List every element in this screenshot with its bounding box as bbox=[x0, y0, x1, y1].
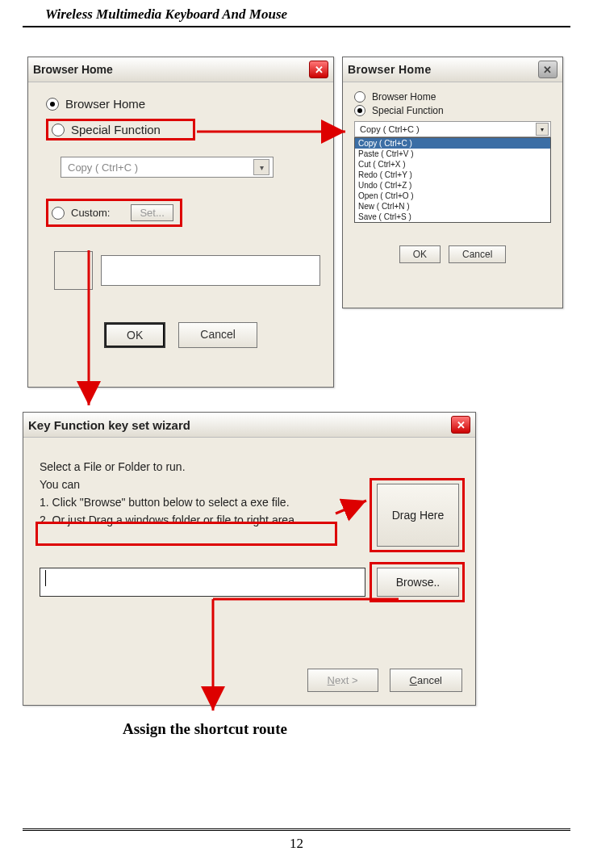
cancel-button[interactable]: Cancel bbox=[390, 669, 462, 692]
wizard-text-1: Select a File or Folder to run. bbox=[40, 460, 459, 473]
list-item[interactable]: New ( Ctrl+N ) bbox=[355, 201, 550, 212]
path-input[interactable] bbox=[40, 568, 365, 597]
titlebar: Key Function key set wizard ✕ bbox=[23, 413, 475, 438]
titlebar: Browser Home ✕ bbox=[28, 57, 333, 82]
titlebar: Browser Home ✕ bbox=[343, 57, 562, 82]
ok-button[interactable]: OK bbox=[399, 245, 441, 263]
dialog-body: Browser Home Special Function Copy ( Ctr… bbox=[28, 82, 333, 358]
radio-icon bbox=[52, 124, 65, 136]
radio-custom[interactable]: Custom: Set... bbox=[46, 199, 320, 227]
cancel-button[interactable]: Cancel bbox=[178, 322, 257, 348]
set-button[interactable]: Set... bbox=[131, 204, 173, 221]
browser-home-dialog-list: Browser Home ✕ Browser Home Special Func… bbox=[342, 57, 563, 308]
chevron-down-icon: ▾ bbox=[536, 123, 549, 136]
list-item[interactable]: Undo ( Ctrl+Z ) bbox=[355, 180, 550, 191]
special-function-combo[interactable]: Copy ( Ctrl+C ) ▾ bbox=[61, 157, 274, 178]
wizard-buttons: Next > Cancel bbox=[307, 669, 462, 692]
key-function-wizard-dialog: Key Function key set wizard ✕ Select a F… bbox=[23, 412, 476, 706]
close-icon[interactable]: ✕ bbox=[309, 61, 328, 78]
dialog-title: Browser Home bbox=[348, 63, 432, 76]
list-item[interactable]: Cut ( Ctrl+X ) bbox=[355, 159, 550, 170]
cancel-label: ancel bbox=[417, 674, 442, 686]
radio-label: Custom: bbox=[71, 207, 110, 219]
radio-browser-home[interactable]: Browser Home bbox=[46, 97, 320, 111]
page-number: 12 bbox=[290, 836, 303, 851]
radio-label: Browser Home bbox=[372, 91, 436, 103]
list-item[interactable]: Copy ( Ctrl+C ) bbox=[355, 138, 550, 149]
dialog-title: Browser Home bbox=[33, 63, 113, 76]
combo-value: Copy ( Ctrl+C ) bbox=[68, 161, 138, 174]
caption-text: Assign the shortcut route bbox=[123, 720, 287, 738]
content-area: Browser Home ✕ Browser Home Special Func… bbox=[23, 27, 570, 778]
browser-home-dialog-main: Browser Home ✕ Browser Home Special Func… bbox=[27, 57, 334, 388]
next-label: ext > bbox=[335, 674, 358, 686]
radio-label: Special Function bbox=[71, 123, 161, 136]
dialog-title: Key Function key set wizard bbox=[28, 418, 190, 432]
list-item[interactable]: Paste ( Ctrl+V ) bbox=[355, 149, 550, 159]
custom-path-box bbox=[101, 255, 320, 286]
close-icon[interactable]: ✕ bbox=[538, 61, 558, 78]
list-item[interactable]: Save ( Ctrl+S ) bbox=[355, 212, 550, 222]
radio-special-function[interactable]: Special Function bbox=[46, 119, 320, 140]
ok-button[interactable]: OK bbox=[104, 322, 165, 348]
custom-preview-row bbox=[54, 251, 320, 290]
highlight-box bbox=[35, 522, 337, 546]
cancel-button[interactable]: Cancel bbox=[449, 245, 506, 263]
function-listbox[interactable]: Copy ( Ctrl+C ) Paste ( Ctrl+V ) Cut ( C… bbox=[354, 137, 551, 223]
radio-label: Special Function bbox=[372, 105, 444, 116]
dialog-buttons: OK Cancel bbox=[348, 245, 558, 263]
special-function-combo[interactable]: Copy ( Ctrl+C ) ▾ bbox=[354, 121, 551, 137]
next-button[interactable]: Next > bbox=[307, 669, 378, 692]
highlight-box bbox=[370, 478, 465, 552]
icon-preview-box bbox=[54, 251, 93, 290]
dialog-buttons: OK Cancel bbox=[41, 322, 320, 348]
radio-label: Browser Home bbox=[65, 97, 145, 111]
page-footer: 12 bbox=[23, 828, 570, 852]
list-item[interactable]: Open ( Ctrl+O ) bbox=[355, 191, 550, 201]
radio-icon bbox=[354, 91, 365, 103]
combo-value: Copy ( Ctrl+C ) bbox=[360, 124, 420, 134]
highlight-box bbox=[370, 562, 465, 602]
radio-icon bbox=[52, 207, 65, 220]
radio-special-function[interactable]: Special Function bbox=[354, 105, 558, 116]
radio-browser-home[interactable]: Browser Home bbox=[354, 91, 558, 103]
radio-icon bbox=[354, 105, 365, 116]
close-icon[interactable]: ✕ bbox=[451, 416, 470, 434]
page-header: Wireless Multimedia Keyboard And Mouse bbox=[23, 0, 570, 27]
radio-icon bbox=[46, 98, 59, 111]
header-title: Wireless Multimedia Keyboard And Mouse bbox=[45, 6, 287, 22]
list-item[interactable]: Redo ( Ctrl+Y ) bbox=[355, 170, 550, 180]
chevron-down-icon: ▾ bbox=[253, 159, 269, 175]
dialog-body: Browser Home Special Function Copy ( Ctr… bbox=[343, 82, 562, 270]
